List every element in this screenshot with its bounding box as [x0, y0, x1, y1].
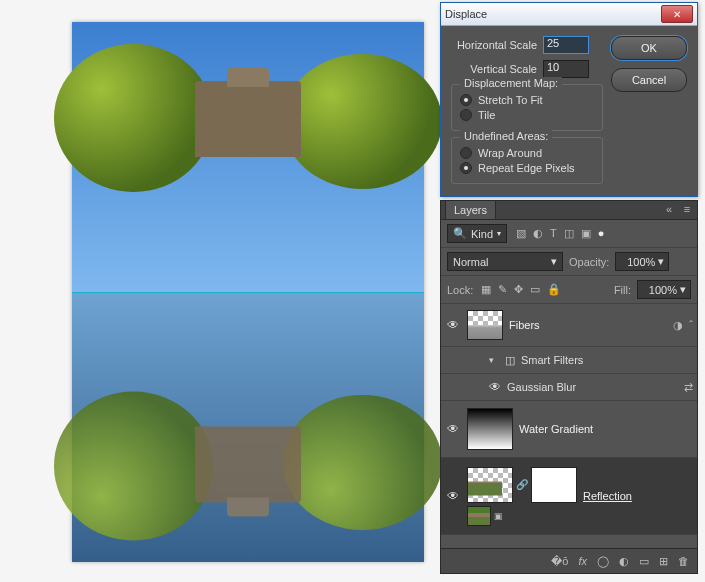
dialog-title: Displace — [445, 8, 661, 20]
search-icon: 🔍 — [453, 227, 467, 240]
filter-toggle-icon[interactable]: ● — [598, 227, 605, 240]
hscale-label: Horizontal Scale — [451, 39, 537, 51]
layer-water-gradient[interactable]: 👁 Water Gradient — [441, 401, 697, 458]
kind-label: Kind — [471, 228, 493, 240]
undefined-areas-title: Undefined Areas: — [460, 130, 552, 142]
filter-options-icon[interactable]: ⇄ — [684, 381, 693, 394]
tree-foliage — [283, 54, 441, 189]
tree-foliage — [54, 44, 212, 193]
filter-adjust-icon[interactable]: ◐ — [533, 227, 543, 240]
lock-artboard-icon[interactable]: ▭ — [530, 283, 540, 296]
vscale-label: Vertical Scale — [451, 63, 537, 75]
close-button[interactable]: ✕ — [661, 5, 693, 23]
radio-icon — [460, 109, 472, 121]
radio-tile[interactable]: Tile — [460, 109, 594, 121]
dialog-titlebar[interactable]: Displace ✕ — [441, 3, 697, 26]
undefined-areas-group: Undefined Areas: Wrap Around Repeat Edge… — [451, 137, 603, 184]
visibility-toggle[interactable]: 👁 — [445, 318, 461, 332]
chevron-down-icon: ▾ — [680, 283, 686, 296]
layer-thumb-content — [468, 468, 502, 496]
group-icon[interactable]: ▭ — [639, 555, 649, 568]
lock-pixels-icon[interactable]: ✎ — [498, 283, 507, 296]
filter-name[interactable]: Gaussian Blur — [507, 381, 576, 393]
layer-name[interactable]: Water Gradient — [519, 423, 593, 435]
layer-thumb[interactable] — [467, 467, 513, 503]
smart-object-icon: ◫ — [505, 354, 515, 367]
mask-thumb[interactable] — [531, 467, 577, 503]
radio-icon — [460, 94, 472, 106]
tree-foliage-reflection — [54, 392, 212, 541]
filter-shape-icon[interactable]: ◫ — [564, 227, 574, 240]
radio-wrap-around[interactable]: Wrap Around — [460, 147, 594, 159]
radio-repeat-edge[interactable]: Repeat Edge Pixels — [460, 162, 594, 174]
chevron-down-icon: ▾ — [551, 255, 557, 268]
add-mask-icon[interactable]: ◯ — [597, 555, 609, 568]
visibility-toggle[interactable]: 👁 — [445, 489, 461, 503]
link-layers-icon[interactable]: �ō — [551, 555, 568, 568]
fx-icon[interactable]: fx — [578, 555, 587, 567]
close-icon: ✕ — [673, 9, 681, 20]
radio-icon — [460, 162, 472, 174]
tree-foliage-reflection — [283, 395, 441, 530]
cancel-button[interactable]: Cancel — [611, 68, 687, 92]
layers-tab[interactable]: Layers — [445, 200, 496, 219]
panel-footer: �ō fx ◯ ◐ ▭ ⊞ 🗑 — [441, 548, 697, 573]
layer-name[interactable]: Reflection — [583, 490, 632, 502]
ok-button[interactable]: OK — [611, 36, 687, 60]
visibility-toggle[interactable]: 👁 — [445, 422, 461, 436]
layer-thumb[interactable] — [467, 408, 513, 450]
temple-reflection — [195, 427, 301, 503]
hscale-input[interactable]: 25 — [543, 36, 589, 54]
collapse-icon[interactable]: ˆ — [689, 319, 693, 332]
image-reflection — [72, 292, 424, 562]
vscale-input[interactable]: 10 — [543, 60, 589, 78]
displacement-map-group: Displacement Map: Stretch To Fit Tile — [451, 84, 603, 131]
guide-line[interactable] — [72, 292, 424, 293]
opacity-value: 100% — [627, 256, 655, 268]
delete-icon[interactable]: 🗑 — [678, 555, 689, 567]
filter-type-icon[interactable]: T — [550, 227, 557, 240]
panel-menu-icon[interactable]: ≡ — [681, 203, 693, 215]
radio-label: Wrap Around — [478, 147, 542, 159]
layers-panel: Layers « ≡ 🔍 Kind ▾ ▧ ◐ T ◫ ▣ ● Normal ▾… — [440, 200, 698, 574]
document-canvas[interactable] — [72, 22, 424, 562]
smart-filters-label: Smart Filters — [521, 354, 583, 366]
collapse-icon[interactable]: « — [663, 203, 675, 215]
new-layer-icon[interactable]: ⊞ — [659, 555, 668, 568]
opacity-input[interactable]: 100% ▾ — [615, 252, 669, 271]
chevron-down-icon: ▾ — [658, 255, 664, 268]
displacement-map-title: Displacement Map: — [460, 77, 562, 89]
kind-filter-dropdown[interactable]: 🔍 Kind ▾ — [447, 224, 507, 243]
opacity-label: Opacity: — [569, 256, 609, 268]
lock-all-icon[interactable]: 🔒 — [547, 283, 561, 296]
radio-label: Tile — [478, 109, 495, 121]
layer-fibers[interactable]: 👁 Fibers ◑ ˆ — [441, 304, 697, 347]
chevron-down-icon: ▾ — [497, 229, 501, 238]
filter-row: 🔍 Kind ▾ ▧ ◐ T ◫ ▣ ● — [441, 220, 697, 248]
filter-effects-icon[interactable]: ◑ — [673, 319, 683, 332]
layer-name[interactable]: Fibers — [509, 319, 540, 331]
chevron-down-icon[interactable]: ▾ — [489, 355, 499, 365]
temple-structure — [195, 81, 301, 157]
lock-transparent-icon[interactable]: ▦ — [481, 283, 491, 296]
filter-gaussian-blur[interactable]: 👁 Gaussian Blur ⇄ — [441, 374, 697, 401]
lock-position-icon[interactable]: ✥ — [514, 283, 523, 296]
filter-smart-icon[interactable]: ▣ — [581, 227, 591, 240]
visibility-toggle[interactable]: 👁 — [489, 380, 501, 394]
link-icon[interactable]: 🔗 — [516, 479, 528, 490]
fill-input[interactable]: 100% ▾ — [637, 280, 691, 299]
blend-mode-dropdown[interactable]: Normal ▾ — [447, 252, 563, 271]
panel-tabbar: Layers « ≡ — [441, 201, 697, 220]
radio-stretch-to-fit[interactable]: Stretch To Fit — [460, 94, 594, 106]
smart-object-badge-icon: ▣ — [494, 511, 503, 521]
lock-label: Lock: — [447, 284, 473, 296]
fill-value: 100% — [649, 284, 677, 296]
blend-mode-value: Normal — [453, 256, 488, 268]
filter-pixel-icon[interactable]: ▧ — [516, 227, 526, 240]
adjustment-layer-icon[interactable]: ◐ — [619, 555, 629, 568]
radio-icon — [460, 147, 472, 159]
smart-filters-row[interactable]: ▾ ◫ Smart Filters — [441, 347, 697, 374]
layer-reflection[interactable]: 👁 🔗 ▣ Reflection — [441, 458, 697, 535]
smart-source-thumb[interactable] — [467, 506, 491, 526]
radio-label: Repeat Edge Pixels — [478, 162, 575, 174]
